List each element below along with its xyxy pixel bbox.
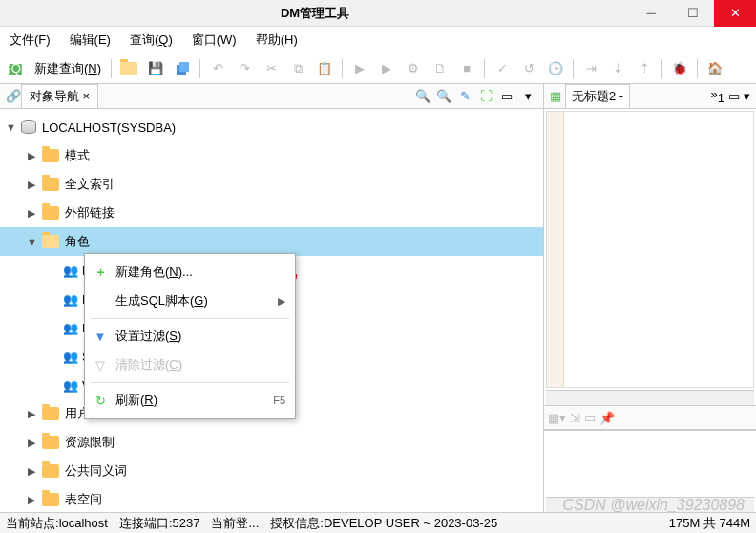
tree-item-synonym[interactable]: ▶公共同义词: [0, 457, 543, 485]
folder-icon: [42, 206, 59, 220]
expand-icon[interactable]: ▶: [27, 179, 36, 191]
run-script-icon: ▶̲: [375, 57, 398, 80]
main-toolbar: SQL 新建查询(N) 💾 ↶ ↷ ✂ ⧉ 📋 ▶ ▶̲ ⚙ 🗋 ■ ✓ ↺ 🕒…: [0, 53, 756, 84]
tree-item-resource[interactable]: ▶资源限制: [0, 428, 543, 457]
menu-new-role[interactable]: ＋ 新建角色(N)...: [85, 258, 295, 287]
horizontal-scrollbar[interactable]: [546, 497, 754, 512]
menu-panel-icon[interactable]: ▾: [518, 87, 537, 106]
separator: [342, 59, 343, 78]
collapse-icon[interactable]: ▼: [6, 121, 15, 133]
commit-icon: ✓: [491, 57, 514, 80]
export-icon: ⇲: [570, 411, 580, 425]
refresh-icon: ↻: [93, 394, 108, 408]
separator: [662, 59, 662, 78]
result-toolbar: ▦▾ ⇲ ▭ 📌: [544, 405, 756, 430]
role-icon: 👥: [63, 378, 76, 392]
filter-icon: ▼: [93, 330, 108, 344]
status-bar: 当前站点:localhost 连接端口:5237 当前登... 授权信息:DEV…: [0, 512, 756, 533]
menu-query[interactable]: 查询(Q): [126, 30, 177, 51]
undo-icon: ↶: [206, 57, 229, 80]
context-menu: ＋ 新建角色(N)... 生成SQL脚本(G) ▶ ▼ 设置过滤(S) ▽ 清除…: [84, 253, 296, 419]
tree-item-fulltext[interactable]: ▶全文索引: [0, 170, 543, 199]
pin-icon: 📌: [599, 411, 615, 425]
expand-icon[interactable]: ▶: [27, 207, 36, 220]
menu-gen-sql[interactable]: 生成SQL脚本(G) ▶: [85, 287, 295, 315]
menu-edit[interactable]: 编辑(E): [66, 30, 115, 51]
minimize-panel-icon[interactable]: ▭: [497, 87, 516, 106]
home-icon[interactable]: 🏠: [704, 57, 726, 80]
breadcrumb-icon[interactable]: »1: [711, 87, 724, 105]
filter-clear-icon: ▽: [93, 358, 108, 373]
collapse-icon[interactable]: ▼: [27, 236, 36, 247]
folder-icon: [42, 464, 59, 478]
plus-icon: ＋: [93, 264, 108, 281]
editor-panel: ▦ 无标题2 - »1 ▭ ▾ ▦▾ ⇲ ▭ 📌: [544, 84, 756, 512]
svg-text:SQL: SQL: [8, 61, 23, 75]
step-out-icon: ⇡: [633, 57, 656, 80]
edit-icon[interactable]: ✎: [455, 87, 474, 106]
expand-icon[interactable]: ▶: [27, 150, 36, 162]
status-auth: 授权信息:DEVELOP USER ~ 2023-03-25: [264, 515, 503, 532]
sql-icon[interactable]: SQL: [4, 57, 27, 80]
editor-gutter: [547, 112, 564, 387]
rollback-icon: ↺: [517, 57, 540, 80]
maximize-button[interactable]: ☐: [672, 0, 714, 27]
separator: [573, 59, 574, 78]
save-icon[interactable]: 💾: [144, 57, 167, 80]
tree-root[interactable]: ▼ LOCALHOST(SYSDBA): [0, 113, 543, 141]
new-query-button[interactable]: 新建查询(N): [31, 60, 105, 77]
menu-set-filter[interactable]: ▼ 设置过滤(S): [85, 322, 295, 351]
separator: [91, 318, 289, 319]
stop-icon: ■: [455, 57, 478, 80]
close-button[interactable]: ✕: [714, 0, 756, 27]
role-icon: 👥: [63, 321, 76, 334]
separator: [111, 59, 112, 78]
menu-refresh[interactable]: ↻ 刷新(R) F5: [85, 386, 295, 415]
folder-icon: [42, 493, 59, 506]
tree-root-label: LOCALHOST(SYSDBA): [42, 120, 176, 135]
menu-panel-icon[interactable]: ▾: [744, 89, 750, 103]
step-over-icon: ⇥: [579, 57, 602, 80]
tree-item-schema[interactable]: ▶模式: [0, 141, 543, 170]
expand-icon[interactable]: ⛶: [476, 87, 495, 106]
folder-icon: [42, 407, 59, 420]
menu-window[interactable]: 窗口(W): [188, 30, 241, 51]
window-title: DM管理工具: [0, 5, 630, 22]
sql-editor[interactable]: [546, 111, 754, 388]
accelerator: F5: [273, 394, 285, 406]
role-icon: 👥: [63, 292, 76, 306]
menu-clear-filter: ▽ 清除过滤(C): [85, 351, 295, 379]
tree-item-tablespace[interactable]: ▶表空间: [0, 485, 543, 512]
debug-icon: 🗋: [429, 57, 452, 80]
submenu-arrow-icon: ▶: [278, 295, 285, 308]
cut-icon: ✂: [260, 57, 283, 80]
tree-item-role[interactable]: ▼角色: [0, 227, 543, 256]
panel-tab-object-nav[interactable]: 对象导航 ×: [21, 84, 98, 108]
svg-rect-3: [179, 62, 189, 72]
editor-tab[interactable]: 无标题2 -: [565, 84, 630, 108]
menu-file[interactable]: 文件(F): [6, 30, 54, 51]
expand-icon[interactable]: ▶: [27, 408, 36, 420]
separator: [91, 382, 289, 383]
minimize-panel-icon[interactable]: ▭: [728, 89, 740, 103]
menu-help[interactable]: 帮助(H): [252, 30, 302, 51]
expand-icon[interactable]: ▶: [27, 494, 36, 506]
status-login: 当前登...: [205, 515, 264, 532]
search-icon-pink[interactable]: 🔍: [413, 87, 432, 106]
folder-icon: [42, 178, 59, 191]
expand-icon[interactable]: ▶: [27, 465, 36, 478]
save-all-icon[interactable]: [171, 57, 194, 80]
horizontal-scrollbar[interactable]: [546, 390, 754, 405]
grid-icon: ▦▾: [548, 411, 566, 425]
search-icon-blue[interactable]: 🔍: [434, 87, 453, 106]
expand-icon[interactable]: ▶: [27, 437, 36, 449]
separator: [200, 59, 200, 78]
run-icon: ▶: [348, 57, 371, 80]
separator: [697, 59, 698, 78]
chart-icon: ▭: [584, 411, 596, 425]
minimize-button[interactable]: ─: [630, 0, 672, 27]
folder-icon: [42, 436, 59, 449]
bug-icon[interactable]: 🐞: [668, 57, 691, 80]
tree-item-external-link[interactable]: ▶外部链接: [0, 199, 543, 227]
open-icon[interactable]: [117, 57, 140, 80]
